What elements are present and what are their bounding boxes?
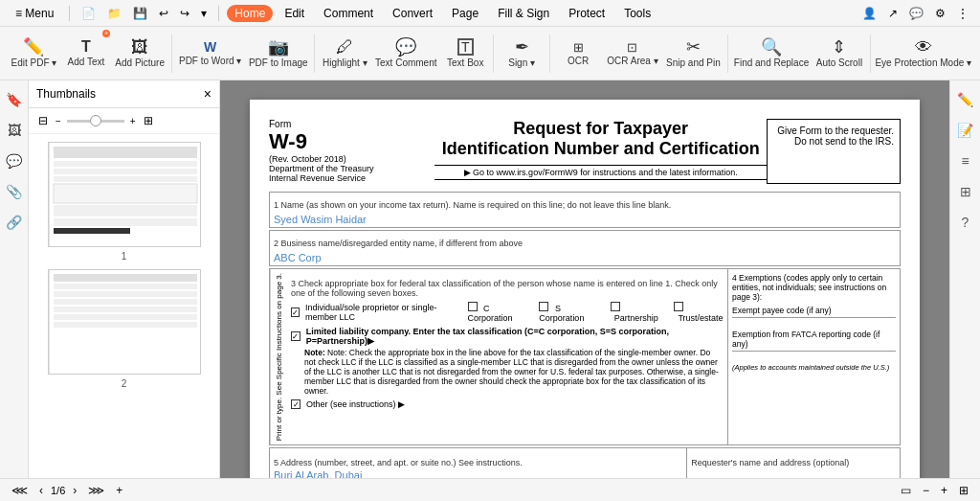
find-replace-button[interactable]: 🔍 Find and Replace	[732, 30, 811, 78]
w9-give-form: Give Form to the requester. Do not send …	[767, 119, 901, 184]
thumbnail-img-1	[48, 142, 201, 247]
save-icon[interactable]: 💾	[129, 5, 151, 22]
menu-tools[interactable]: Tools	[616, 5, 658, 22]
nav-first-button[interactable]: ⋘	[8, 483, 32, 498]
individual-label: Individual/sole proprietor or single-mem…	[305, 303, 453, 322]
ccorp-checkbox[interactable]	[468, 302, 478, 311]
ocr-area-label: OCR Area ▾	[607, 56, 657, 66]
w9-checkbox-row-1: ✓ Individual/sole proprietor or single-m…	[291, 302, 724, 323]
partnership-checkbox[interactable]	[611, 302, 620, 311]
menu-hamburger[interactable]: ≡ Menu	[8, 5, 61, 22]
overflow-icon[interactable]: ⋮	[953, 5, 972, 22]
grid-layout-button[interactable]: ⊞	[955, 483, 972, 498]
menu-edit[interactable]: Edit	[277, 5, 312, 22]
svg-rect-4	[54, 176, 197, 182]
main-content: 🔖 🖼 💬 📎 🔗 Thumbnails × ⊟ − + ⊞	[0, 80, 980, 501]
single-page-view-button[interactable]: ▭	[897, 483, 915, 498]
sidebar-attachments-icon[interactable]: 📎	[3, 180, 26, 203]
auto-scroll-label: Auto Scroll	[816, 57, 862, 68]
llc-checkbox[interactable]: ✓	[291, 331, 301, 341]
sidebar-comments-icon[interactable]: 💬	[3, 149, 26, 172]
zoom-in-button[interactable]: +	[937, 483, 951, 498]
snip-pin-button[interactable]: ✂ Snip and Pin	[663, 30, 724, 78]
pdf-to-image-label: PDF to Image	[249, 57, 308, 68]
undo-icon[interactable]: ↩	[155, 5, 172, 22]
menu-convert[interactable]: Convert	[385, 5, 440, 22]
w9-fatca-label: Exemption from FATCA reporting code (if …	[732, 330, 896, 352]
sidebar-thumbnails-icon[interactable]: 🖼	[3, 119, 26, 142]
account-icon[interactable]: 👤	[858, 5, 880, 22]
toolbar-sep-4	[549, 34, 550, 73]
pdf-to-image-icon: 📷	[268, 38, 289, 56]
ocr-area-button[interactable]: ⊡ OCR Area ▾	[604, 30, 661, 78]
auto-scroll-button[interactable]: ⇕ Auto Scroll	[813, 30, 865, 78]
eye-protection-button[interactable]: 👁 Eye Protection Mode ▾	[875, 30, 972, 78]
right-list-icon[interactable]: ≡	[954, 149, 977, 172]
w9-field1-container: 1 Name (as shown on your income tax retu…	[269, 192, 901, 228]
pdf-page: Form W-9 (Rev. October 2018) Department …	[250, 100, 920, 501]
auto-scroll-icon: ⇕	[832, 38, 846, 56]
settings-icon[interactable]: ⚙	[931, 5, 949, 22]
other-label: Other (see instructions) ▶	[306, 399, 405, 409]
thumb-page-num-2: 2	[122, 378, 127, 389]
highlight-button[interactable]: 🖊 Highlight ▾	[319, 30, 370, 78]
toolbar-sep-6	[870, 34, 871, 73]
nav-next-button[interactable]: ›	[69, 483, 80, 498]
new-file-icon[interactable]: 📄	[78, 5, 100, 22]
thumb-zoom-in[interactable]: +	[130, 116, 136, 126]
open-file-icon[interactable]: 📁	[103, 5, 125, 22]
ccorp-checkbox-group: C Corporation	[468, 302, 524, 323]
toolbar-sep-3	[493, 34, 494, 73]
thumbnail-page-2[interactable]: 2	[36, 269, 212, 389]
right-note-icon[interactable]: 📝	[954, 119, 977, 142]
eye-protection-icon: 👁	[915, 38, 932, 56]
thumbnail-page-1[interactable]: 1	[36, 142, 212, 262]
trust-checkbox[interactable]	[674, 302, 683, 311]
individual-checkbox[interactable]: ✓	[291, 307, 300, 317]
thumbnail-close-button[interactable]: ×	[204, 86, 212, 102]
pdf-to-word-button[interactable]: W PDF to Word ▾	[176, 30, 244, 78]
other-checkbox[interactable]: ✓	[291, 399, 301, 409]
right-edit-icon[interactable]: ✏️	[954, 88, 977, 111]
thumb-expand-icon[interactable]: ⊞	[142, 112, 155, 129]
text-comment-button[interactable]: 💬 Text Comment	[372, 30, 439, 78]
thumb-zoom-slider[interactable]	[67, 120, 124, 123]
w9-title-line2: Identification Number and Certification	[434, 139, 767, 159]
add-page-button[interactable]: +	[112, 483, 126, 498]
more-icon[interactable]: ▾	[197, 5, 211, 22]
share-icon[interactable]: ↗	[884, 5, 902, 22]
thumbnail-svg-1	[49, 142, 200, 247]
w9-form-title: Request for Taxpayer Identification Numb…	[434, 119, 767, 184]
thumb-collapse-icon[interactable]: ⊟	[36, 112, 50, 129]
text-comment-label: Text Comment	[375, 57, 436, 68]
right-help-icon[interactable]: ?	[954, 211, 977, 234]
zoom-out-button[interactable]: −	[919, 483, 933, 498]
redo-icon[interactable]: ↪	[176, 5, 193, 22]
pdf-to-image-button[interactable]: 📷 PDF to Image	[246, 30, 310, 78]
ocr-button[interactable]: ⊞ OCR	[554, 30, 602, 78]
chat-icon[interactable]: 💬	[905, 5, 927, 22]
menu-fill-sign[interactable]: Fill & Sign	[490, 5, 557, 22]
edit-pdf-button[interactable]: ✏️ Edit PDF ▾	[8, 30, 60, 78]
add-text-button[interactable]: T + Add Text	[62, 30, 110, 78]
sign-button[interactable]: ✒ Sign ▾	[498, 30, 546, 78]
thumb-zoom-out[interactable]: −	[56, 116, 61, 126]
thumb-page-num-1: 1	[122, 251, 127, 262]
right-grid-icon[interactable]: ⊞	[954, 180, 977, 203]
nav-prev-button[interactable]: ‹	[35, 483, 47, 498]
sidebar-bookmark-icon[interactable]: 🔖	[3, 88, 26, 111]
thumbnail-svg-2	[49, 269, 200, 375]
menu-home[interactable]: Home	[227, 5, 273, 22]
scorp-checkbox[interactable]	[539, 302, 548, 311]
menu-bar: ≡ Menu 📄 📁 💾 ↩ ↪ ▾ Home Edit Comment Con…	[0, 0, 980, 27]
menu-protect[interactable]: Protect	[561, 5, 612, 22]
sidebar-links-icon[interactable]: 🔗	[3, 211, 26, 234]
nav-last-button[interactable]: ⋙	[84, 483, 108, 498]
menu-page[interactable]: Page	[444, 5, 486, 22]
menu-comment[interactable]: Comment	[316, 5, 381, 22]
add-picture-button[interactable]: 🖼 Add Picture	[112, 30, 167, 78]
text-box-button[interactable]: T Text Box	[441, 30, 489, 78]
snip-pin-icon: ✂	[686, 38, 701, 56]
pdf-viewer[interactable]: Form W-9 (Rev. October 2018) Department …	[220, 80, 949, 501]
thumbnail-panel: Thumbnails × ⊟ − + ⊞	[29, 80, 220, 501]
